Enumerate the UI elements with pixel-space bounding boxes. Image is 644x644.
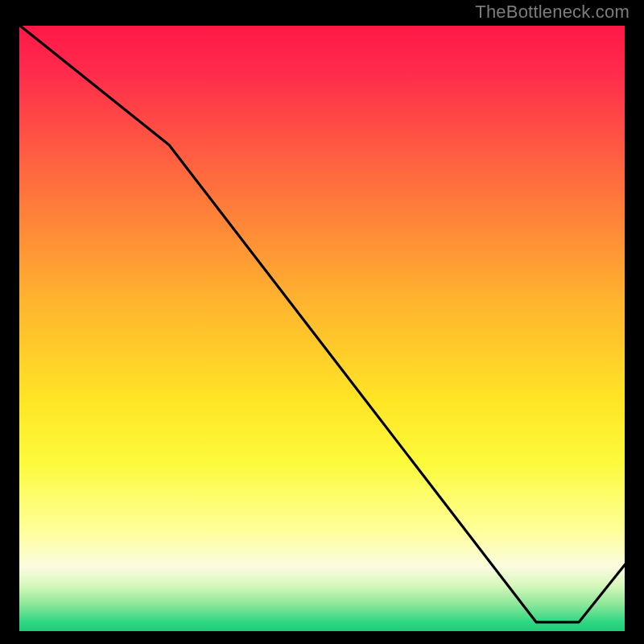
attribution-text: TheBottleneck.com	[475, 2, 630, 23]
data-series-line	[16, 23, 628, 622]
chart-line-layer	[16, 23, 628, 634]
axis-border-bottom	[16, 631, 628, 634]
axis-border-right	[625, 23, 628, 634]
axis-border-left	[16, 23, 19, 634]
axis-border-top	[16, 23, 628, 26]
